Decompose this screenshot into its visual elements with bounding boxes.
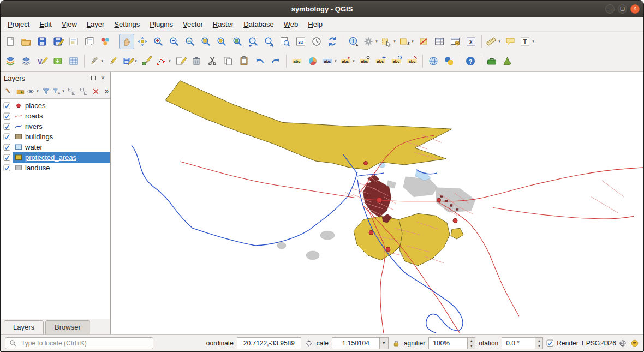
open-attribute-table-button[interactable]: [432, 34, 447, 49]
rotate-label-button[interactable]: abc: [389, 53, 404, 69]
select-by-expression-button[interactable]: ε▾: [398, 34, 415, 49]
current-edits-button[interactable]: ▾: [87, 53, 105, 69]
manage-map-themes-dropdown-icon[interactable]: ▾: [35, 89, 40, 93]
menu-view[interactable]: View: [57, 19, 82, 30]
menu-raster[interactable]: Raster: [208, 19, 238, 30]
menu-vector[interactable]: Vector: [178, 19, 208, 30]
measure-dropdown-icon[interactable]: ▾: [497, 39, 502, 44]
layer-item-buildings[interactable]: buildings: [1, 132, 110, 142]
new-3d-map-view-button[interactable]: 3D: [293, 34, 308, 49]
open-project-button[interactable]: [19, 34, 34, 49]
select-by-expression-dropdown-icon[interactable]: ▾: [410, 39, 415, 44]
layer-item-water[interactable]: water: [1, 142, 110, 152]
layer-row-body[interactable]: buildings: [13, 132, 110, 142]
tab-layers[interactable]: Layers: [4, 320, 44, 334]
open-data-source-manager-button[interactable]: [3, 53, 18, 69]
pin-labels-button[interactable]: abc▾: [339, 53, 356, 69]
zoom-to-layer-button[interactable]: [230, 34, 245, 49]
layer-row-body[interactable]: roads: [13, 111, 110, 121]
locate-search[interactable]: [5, 337, 153, 349]
layer-row-body[interactable]: places: [13, 100, 110, 111]
filter-by-expression-dropdown-icon[interactable]: ▾: [61, 89, 65, 93]
vertex-tool-button[interactable]: ▾: [155, 53, 172, 69]
crs-status[interactable]: EPSG:4326: [582, 339, 627, 348]
titlebar[interactable]: symbology - QGIS – ▢ ×: [1, 1, 643, 17]
scale-dropdown-icon[interactable]: ▾: [379, 338, 388, 349]
menu-edit[interactable]: Edit: [34, 19, 56, 30]
save-layer-edits-dropdown-icon[interactable]: ▾: [134, 59, 138, 63]
show-layout-manager-button[interactable]: [82, 34, 97, 49]
deselect-all-button[interactable]: [416, 34, 431, 49]
save-layer-edits-button[interactable]: ▾: [121, 53, 139, 69]
layer-visibility-checkbox[interactable]: [3, 164, 11, 172]
messages-icon[interactable]: [630, 339, 639, 348]
layer-item-landuse[interactable]: landuse: [1, 163, 110, 173]
layer-visibility-checkbox[interactable]: [3, 144, 11, 151]
zoom-to-selection-button[interactable]: [214, 34, 229, 49]
layer-row-body[interactable]: protected_areas: [13, 152, 110, 163]
menu-project[interactable]: Project: [3, 19, 34, 30]
expand-all-button[interactable]: [65, 85, 77, 97]
python-console-button[interactable]: [442, 53, 457, 69]
scale-combobox[interactable]: 1:150104 ▾: [332, 337, 389, 349]
menu-web[interactable]: Web: [279, 19, 303, 30]
new-virtual-layer-button[interactable]: [66, 53, 81, 69]
vertex-tool-dropdown-icon[interactable]: ▾: [168, 59, 172, 63]
cut-features-button[interactable]: [205, 53, 220, 69]
layer-item-rivers[interactable]: rivers: [1, 121, 110, 132]
undo-button[interactable]: [252, 53, 267, 69]
pan-map-button[interactable]: [119, 34, 134, 49]
layer-visibility-checkbox[interactable]: [3, 112, 11, 120]
run-feature-action-dropdown-icon[interactable]: ▾: [374, 39, 379, 44]
layer-row-body[interactable]: rivers: [13, 121, 110, 132]
highlight-pinned-labels-button[interactable]: abc: [357, 53, 372, 69]
text-annotation-button[interactable]: T▾: [518, 34, 536, 49]
map-tips-button[interactable]: [503, 34, 518, 49]
minimize-button[interactable]: –: [605, 4, 615, 14]
add-feature-button[interactable]: [139, 53, 154, 69]
layer-visibility-checkbox[interactable]: [3, 154, 11, 162]
new-print-layout-button[interactable]: [66, 34, 81, 49]
style-manager-button[interactable]: [98, 34, 113, 49]
render-checkbox[interactable]: Render: [546, 339, 578, 347]
measure-button[interactable]: ▾: [485, 34, 502, 49]
filter-by-expression-button[interactable]: ε▾: [52, 85, 65, 97]
menu-help[interactable]: Help: [303, 19, 327, 30]
open-field-calculator-button[interactable]: [448, 34, 463, 49]
remove-layer-button[interactable]: [90, 85, 102, 97]
statistical-summary-button[interactable]: Σ: [463, 34, 479, 49]
move-label-button[interactable]: abc: [373, 53, 388, 69]
toolbar-overflow-icon[interactable]: »: [105, 87, 109, 95]
pin-labels-dropdown-icon[interactable]: ▾: [351, 59, 356, 63]
refresh-button[interactable]: [325, 34, 340, 49]
locate-input[interactable]: [20, 339, 150, 348]
menu-settings[interactable]: Settings: [109, 19, 145, 30]
labeling-options-dropdown-icon[interactable]: ▾: [333, 59, 338, 63]
text-annotation-dropdown-icon[interactable]: ▾: [531, 39, 535, 44]
layer-visibility-checkbox[interactable]: [3, 102, 11, 110]
current-edits-dropdown-icon[interactable]: ▾: [100, 59, 104, 63]
select-features-button[interactable]: ▾: [380, 34, 397, 49]
coordinate-input[interactable]: 20.7122,-33.9589: [237, 337, 301, 349]
modify-attributes-button[interactable]: [173, 53, 188, 69]
coordinate-extents-toggle-icon[interactable]: [305, 339, 313, 348]
close-button[interactable]: ×: [630, 4, 640, 14]
rotation-spinbox[interactable]: 0.0 ° ▴▾: [502, 337, 543, 349]
layer-row-body[interactable]: landuse: [13, 163, 110, 173]
processing-toolbox-button[interactable]: [484, 53, 499, 69]
lock-scale-icon[interactable]: [392, 339, 401, 348]
select-features-dropdown-icon[interactable]: ▾: [392, 39, 397, 44]
redo-button[interactable]: [268, 53, 283, 69]
magnifier-stepper[interactable]: ▴▾: [467, 338, 475, 349]
save-project-button[interactable]: [34, 34, 50, 49]
pan-to-selection-button[interactable]: [135, 34, 150, 49]
copy-features-button[interactable]: [220, 53, 236, 69]
zoom-full-button[interactable]: [198, 34, 213, 49]
add-group-button[interactable]: [14, 85, 26, 97]
change-label-button[interactable]: abc: [404, 53, 420, 69]
paste-features-button[interactable]: [236, 53, 252, 69]
layer-visibility-checkbox[interactable]: [3, 123, 11, 130]
toggle-editing-button[interactable]: [105, 53, 121, 69]
maximize-button[interactable]: ▢: [618, 4, 627, 14]
metasearch-button[interactable]: [426, 53, 441, 69]
